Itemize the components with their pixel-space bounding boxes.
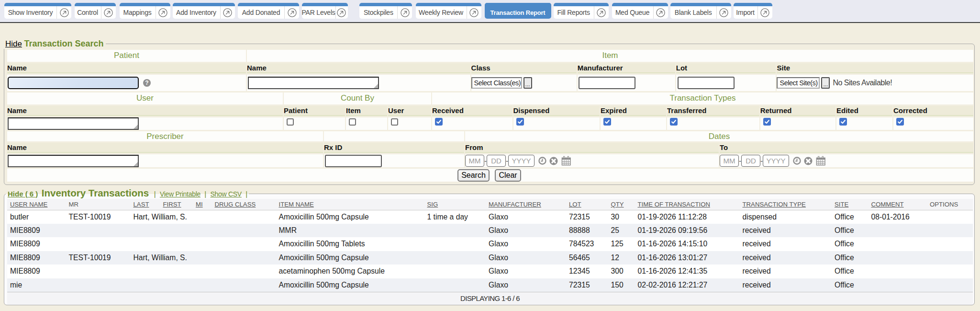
svg-text:?: ? — [145, 80, 148, 86]
